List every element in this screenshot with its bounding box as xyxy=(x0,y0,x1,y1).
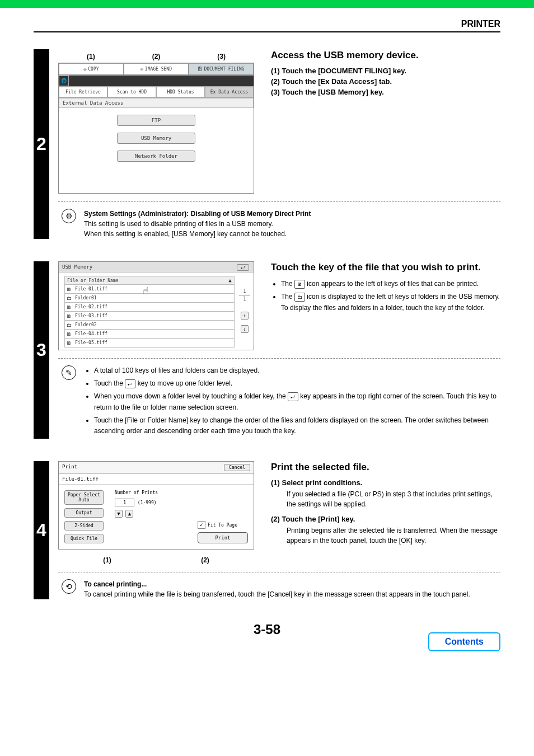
dashed-separator xyxy=(58,572,500,572)
step4-cancel-note: To cancel printing... To cancel printing… xyxy=(84,579,470,599)
btn-scan-hdd[interactable]: Scan to HDD xyxy=(107,87,156,97)
list-item[interactable]: 🗀Folder02 xyxy=(64,321,235,330)
up-folder-icon-inline: ⮐ xyxy=(288,392,298,401)
label-range: (1-999) xyxy=(138,500,157,505)
dashed-separator xyxy=(58,358,500,359)
sort-arrow-icon: ▲ xyxy=(226,278,234,283)
list-item[interactable]: 🗎File-05.tiff xyxy=(64,339,235,348)
step4-sub1-body: If you selected a file (PCL or PS) in st… xyxy=(271,489,500,509)
step-number-2: 2 xyxy=(36,134,46,154)
copy-icon: ◎ xyxy=(83,67,86,72)
step3-bullet-1: The 🗎 icon appears to the left of keys o… xyxy=(281,279,500,289)
btn-output[interactable]: Output xyxy=(64,508,104,518)
fit-to-page-checkbox[interactable]: ✓Fit To Page xyxy=(198,521,248,529)
step-number-col: 4 xyxy=(34,461,49,599)
file-icon: 🗎 xyxy=(65,304,73,310)
step-number-col: 2 xyxy=(34,49,49,239)
btn-hdd-status[interactable]: HDD Status xyxy=(156,87,205,97)
step-number-3: 3 xyxy=(36,340,46,360)
btn-network-folder[interactable]: Network Folder xyxy=(117,151,195,162)
step3-notes: A total of 100 keys of files and folders… xyxy=(84,365,500,439)
step-2: 2 (1) (2) (3) ◎COPY ✉IMAGE SEND 🗄DOCUMEN… xyxy=(34,49,500,239)
callout-2: (2) xyxy=(152,50,161,63)
step4-sub2-body: Printing begins after the selected file … xyxy=(271,525,500,546)
folder-icon: 🗀 xyxy=(65,295,73,301)
tab-copy[interactable]: ◎COPY xyxy=(59,63,124,75)
step-number-col: 3 xyxy=(34,261,49,439)
step-4: 4 Print Cancel File-01.tiff Paper Select… xyxy=(34,461,500,599)
print-title: Print xyxy=(62,464,77,471)
btn-2sided[interactable]: 2-Sided xyxy=(64,521,104,530)
increment-button[interactable]: ▲ xyxy=(125,510,133,518)
btn-usb-memory[interactable]: USB Memory xyxy=(117,133,195,144)
dashed-separator xyxy=(58,201,500,202)
step-3: 3 USB Memory ⮐ File or Folder Name ▲ 🗎Fi… xyxy=(34,261,500,439)
contents-button[interactable]: Contents xyxy=(428,632,500,651)
step-number-4: 4 xyxy=(36,520,46,541)
btn-paper-select[interactable]: Paper SelectAuto xyxy=(64,490,104,505)
tab-document-filing[interactable]: 🗄DOCUMENT FILING xyxy=(189,63,254,75)
num-prints-value[interactable]: 1 xyxy=(115,499,134,506)
device-screen-step3: USB Memory ⮐ File or Folder Name ▲ 🗎File… xyxy=(58,261,254,350)
callout-3: (3) xyxy=(217,50,226,63)
device-screen-step2: ◎COPY ✉IMAGE SEND 🗄DOCUMENT FILING 🌐 Fil… xyxy=(58,63,254,194)
pencil-note-icon: ✎ xyxy=(62,365,76,380)
imagesend-icon: ✉ xyxy=(140,67,143,72)
gear-icon: ⚙ xyxy=(62,209,76,223)
btn-ex-data-access[interactable]: Ex Data Access xyxy=(205,87,254,97)
step2-sub2: (2) Touch the [Ex Data Access] tab. xyxy=(271,77,500,86)
device-screen-step4: Print Cancel File-01.tiff Paper SelectAu… xyxy=(58,461,254,550)
step2-sub1: (1) Touch the [DOCUMENT FILING] key. xyxy=(271,67,500,75)
callout-1: (1) xyxy=(103,556,111,564)
up-folder-key[interactable]: ⮐ xyxy=(237,264,249,271)
label-number-of-prints: Number of Prints xyxy=(115,490,158,495)
scroll-up-button[interactable]: ↑ xyxy=(241,312,249,320)
up-folder-icon-inline: ⮐ xyxy=(125,379,135,388)
cancel-button[interactable]: Cancel xyxy=(224,464,250,471)
list-item[interactable]: 🗀Folder01 xyxy=(64,294,235,303)
step2-note: System Settings (Administrator): Disabli… xyxy=(84,209,311,239)
page-header-printer: PRINTER xyxy=(34,19,500,32)
usb-memory-title: USB Memory ⮐ xyxy=(59,262,254,273)
list-item[interactable]: 🗎File-03.tiff xyxy=(64,312,235,321)
file-icon-inline: 🗎 xyxy=(294,280,305,289)
globe-icon[interactable]: 🌐 xyxy=(59,76,69,86)
print-button[interactable]: Print xyxy=(198,532,248,543)
file-icon: 🗎 xyxy=(65,287,73,292)
folder-icon-inline: 🗀 xyxy=(294,293,305,302)
folder-icon: 🗀 xyxy=(65,322,73,328)
print-filename: File-01.tiff xyxy=(59,474,254,485)
tab-image-send[interactable]: ✉IMAGE SEND xyxy=(124,63,189,75)
page-indicator-bottom: 1 xyxy=(239,297,250,302)
top-green-bar xyxy=(0,0,534,8)
btn-ftp[interactable]: FTP xyxy=(117,115,195,126)
scroll-down-button[interactable]: ↓ xyxy=(241,325,249,333)
step2-heading: Access the USB memory device. xyxy=(271,49,500,61)
step3-bullet-2: The 🗀 icon is displayed to the left of k… xyxy=(281,292,500,313)
docfiling-icon: 🗄 xyxy=(198,67,202,72)
step2-sub3: (3) Touch the [USB Memory] key. xyxy=(271,88,500,96)
list-item[interactable]: 🗎File-02.tiff xyxy=(64,303,235,312)
step3-heading: Touch the key of the file that you wish … xyxy=(271,261,500,273)
callout-1: (1) xyxy=(87,50,95,63)
file-icon: 🗎 xyxy=(65,313,73,319)
step4-heading: Print the selected file. xyxy=(271,461,500,473)
list-item[interactable]: 🗎File-04.tiff xyxy=(64,330,235,339)
label-external-data-access: External Data Access xyxy=(59,98,254,108)
file-icon: 🗎 xyxy=(65,340,73,346)
btn-quick-file[interactable]: Quick File xyxy=(64,534,104,543)
callout-2: (2) xyxy=(201,556,209,564)
page-indicator-top: 1 xyxy=(239,289,250,294)
file-icon: 🗎 xyxy=(65,331,73,337)
step4-sub2: (2) Touch the [Print] key. xyxy=(271,515,500,523)
cancel-round-icon: ⟲ xyxy=(62,579,76,594)
btn-file-retrieve[interactable]: File Retrieve xyxy=(59,87,107,97)
file-folder-name-header[interactable]: File or Folder Name ▲ xyxy=(64,276,235,285)
list-item[interactable]: 🗎File-01.tiff xyxy=(64,285,235,294)
hand-pointer-icon: ☝ xyxy=(143,285,149,297)
decrement-button[interactable]: ▼ xyxy=(115,510,123,518)
step4-sub1: (1) Select print conditions. xyxy=(271,478,500,487)
